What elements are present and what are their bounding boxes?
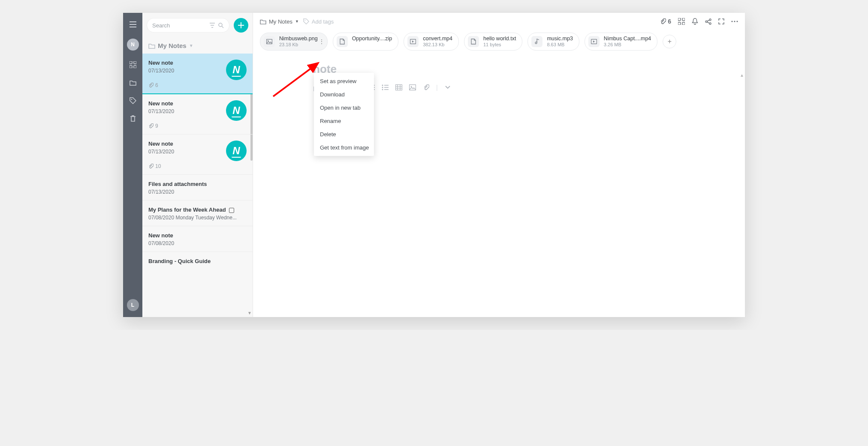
editor-toolbar: ping or add 123 | — [313, 84, 745, 91]
tags-placeholder: Add tags — [312, 18, 334, 25]
hamburger-icon[interactable] — [129, 21, 137, 28]
search-placeholder: Search — [152, 22, 170, 29]
chevron-down-icon: ▼ — [295, 19, 299, 24]
svg-point-26 — [382, 87, 383, 88]
tags-input[interactable]: Add tags — [303, 18, 334, 25]
note-item[interactable]: New note 07/13/2020 9 N — [142, 94, 253, 135]
chevron-down-icon: ▼ — [189, 43, 193, 48]
attachment-chip[interactable]: Opportunity....zip664.00 Kb — [333, 33, 399, 51]
svg-point-18 — [268, 40, 268, 41]
folder-icon[interactable] — [129, 79, 137, 87]
attachment-chip[interactable]: hello world.txt11 bytes — [464, 33, 522, 51]
svg-point-6 — [304, 20, 305, 21]
svg-point-14 — [731, 21, 732, 22]
attachments-row: Nimbusweb.png23.18 Kb ⋮ Opportunity....z… — [253, 30, 745, 55]
user-avatar[interactable]: L — [127, 299, 139, 311]
tag-icon[interactable] — [129, 97, 137, 105]
note-attach-meta: 9 — [148, 123, 247, 129]
more-icon[interactable] — [731, 21, 738, 22]
note-item[interactable]: New note 07/13/2020 10 N — [142, 135, 253, 175]
svg-rect-10 — [682, 22, 685, 25]
scroll-down-arrow[interactable]: ▼ — [247, 311, 252, 315]
svg-point-4 — [131, 99, 132, 100]
notes-scroll[interactable]: New note 07/13/2020 6 N New note 07/13/2… — [142, 54, 253, 317]
attachment-chip[interactable]: music.mp38.63 MB — [527, 33, 579, 51]
add-attachment-button[interactable]: + — [663, 35, 676, 48]
app-frame: N L Search — [123, 13, 745, 317]
left-rail: N L — [123, 13, 142, 317]
attachment-chip[interactable]: Nimbusweb.png23.18 Kb ⋮ — [260, 33, 328, 51]
list-panel-top: Search — [142, 13, 253, 35]
menu-rename[interactable]: Rename — [314, 114, 374, 128]
svg-point-30 — [411, 86, 412, 87]
note-item[interactable]: My Plans for the Week Ahead 07/08/2020 M… — [142, 201, 253, 226]
svg-point-11 — [705, 21, 707, 22]
note-item[interactable]: New note 07/13/2020 6 N — [142, 54, 253, 94]
note-item[interactable]: Files and attachments 07/13/2020 — [142, 175, 253, 201]
file-icon — [468, 36, 479, 47]
attachment-context-menu: Set as preview Download Open in new tab … — [314, 73, 374, 156]
menu-set-as-preview[interactable]: Set as preview — [314, 75, 374, 88]
table-icon[interactable] — [395, 84, 403, 91]
svg-point-13 — [709, 23, 711, 24]
breadcrumb[interactable]: My Notes ▼ — [260, 18, 299, 25]
svg-rect-17 — [267, 39, 272, 44]
attachment-chip[interactable]: convert.mp4382.13 Kb — [404, 33, 459, 51]
note-date: 07/08/2020 — [148, 240, 247, 246]
menu-get-text-from-image[interactable]: Get text from image — [314, 141, 374, 154]
expand-icon[interactable] — [718, 18, 724, 24]
note-thumbnail: N — [226, 60, 247, 80]
svg-rect-8 — [682, 18, 685, 21]
search-icon[interactable] — [218, 23, 224, 28]
grid-icon[interactable] — [678, 18, 685, 25]
image-icon — [264, 36, 275, 47]
dashboard-icon[interactable] — [129, 61, 137, 69]
menu-open-new-tab[interactable]: Open in new tab — [314, 101, 374, 114]
chip-more-icon[interactable]: ⋮ — [319, 38, 325, 45]
workspace-avatar[interactable]: N — [127, 39, 139, 51]
note-attach-meta: 10 — [148, 163, 247, 169]
attachments-count[interactable]: 6 — [660, 18, 671, 25]
svg-rect-2 — [130, 66, 132, 68]
top-actions: 6 — [660, 18, 738, 25]
breadcrumb-label: My Notes — [269, 18, 292, 25]
filter-icon[interactable] — [210, 23, 215, 28]
note-title: Branding - Quick Guide — [148, 258, 247, 264]
svg-rect-29 — [410, 85, 416, 90]
svg-point-27 — [382, 89, 383, 90]
note-item[interactable]: New note 07/08/2020 — [142, 226, 253, 252]
svg-point-12 — [709, 19, 711, 21]
note-date: 07/13/2020 — [148, 189, 247, 195]
attachment-chip[interactable]: Nimbus Capt....mp43.26 MB — [585, 33, 657, 51]
svg-point-5 — [219, 23, 222, 27]
svg-rect-1 — [134, 61, 136, 64]
main-header: My Notes ▼ Add tags 6 — [253, 13, 745, 30]
trash-icon[interactable] — [129, 115, 137, 123]
note-title-input[interactable]: note — [313, 63, 745, 76]
add-note-button[interactable] — [234, 18, 248, 33]
svg-rect-7 — [678, 18, 681, 21]
audio-icon — [531, 36, 542, 47]
svg-point-25 — [382, 85, 383, 86]
image-tool-icon[interactable] — [409, 84, 416, 91]
bullet-list-icon[interactable] — [381, 84, 389, 91]
note-attach-meta: 6 — [148, 82, 247, 88]
menu-delete[interactable]: Delete — [314, 128, 374, 141]
folder-label: My Notes — [158, 42, 187, 49]
more-tools-icon[interactable] — [444, 84, 452, 91]
svg-rect-0 — [130, 61, 132, 64]
menu-download[interactable]: Download — [314, 88, 374, 101]
search-input[interactable]: Search — [147, 18, 229, 33]
main-area: My Notes ▼ Add tags 6 — [253, 13, 745, 317]
svg-rect-9 — [678, 22, 681, 25]
share-icon[interactable] — [705, 18, 711, 25]
bell-icon[interactable] — [692, 18, 698, 25]
scroll-up-arrow[interactable]: ▲ — [740, 73, 744, 78]
note-item[interactable]: Branding - Quick Guide — [142, 252, 253, 271]
note-thumbnail: N — [226, 141, 247, 161]
folder-header[interactable]: My Notes ▼ — [142, 35, 253, 54]
video-icon — [407, 36, 419, 47]
svg-rect-3 — [134, 66, 136, 68]
attach-tool-icon[interactable] — [422, 84, 430, 91]
note-date: 07/08/2020 Monday Tuesday Wedne... — [148, 215, 247, 221]
